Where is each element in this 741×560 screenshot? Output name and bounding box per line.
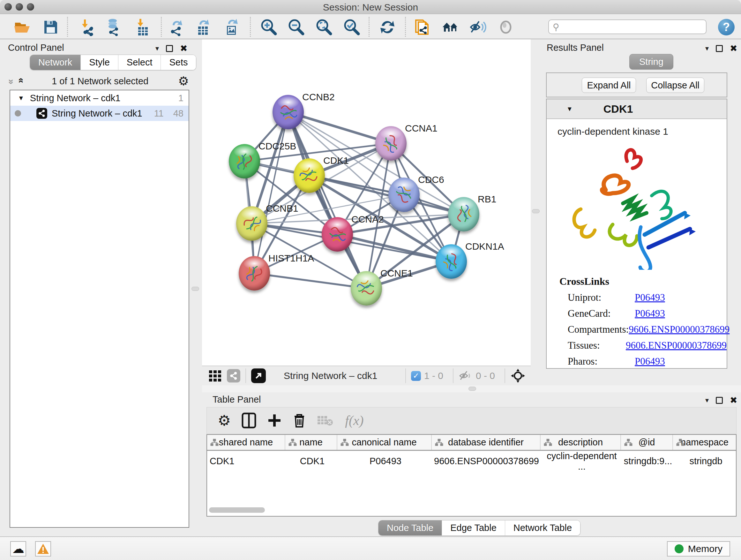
collapse-triangle-icon[interactable]: ▼ (566, 105, 573, 113)
view-toolbar-separator (405, 368, 406, 383)
save-session-button[interactable] (42, 18, 60, 37)
zoom-fit-button[interactable] (314, 18, 333, 37)
expand-all-button[interactable]: Expand All (582, 78, 636, 93)
selected-checkbox-icon[interactable]: ✓ (411, 371, 421, 381)
show-glass-button[interactable] (496, 18, 515, 37)
panel-menu-icon[interactable]: ▾ (705, 44, 709, 53)
delete-column-icon[interactable] (293, 413, 306, 428)
column-header-shared-name[interactable]: shared name (207, 435, 285, 450)
export-network-button[interactable] (166, 18, 185, 37)
network-node-ccnb1[interactable] (236, 206, 267, 241)
expand-all-icon[interactable]: » (15, 79, 25, 83)
column-header-canonical-name[interactable]: canonical name (337, 435, 431, 450)
network-node-cdkn1a[interactable] (435, 244, 467, 279)
window-title: Session: New Session (0, 2, 741, 13)
import-network-button[interactable] (78, 18, 96, 37)
panel-close-icon[interactable]: ✖ (730, 395, 737, 406)
network-node-ccne1[interactable] (351, 271, 382, 306)
network-node-ccna1[interactable] (375, 126, 407, 161)
home-networks-button[interactable] (441, 18, 460, 37)
view-toolbar-separator (453, 368, 454, 383)
network-node-ccnb2[interactable] (273, 95, 304, 129)
table-horizontal-scrollbar[interactable] (209, 507, 265, 513)
column-header-name[interactable]: name (285, 435, 337, 450)
gene-section-header[interactable]: ▼ CDK1 (547, 99, 727, 119)
network-node-rb1[interactable] (448, 197, 479, 232)
panel-close-icon[interactable]: ✖ (180, 43, 187, 54)
panel-menu-icon[interactable]: ▾ (705, 396, 709, 405)
column-header-database-identifier[interactable]: database identifier (431, 435, 540, 450)
panel-menu-icon[interactable]: ▾ (155, 44, 159, 53)
warning-button[interactable] (35, 541, 51, 557)
tab-sets[interactable]: Sets (161, 55, 196, 70)
network-node-cdk1[interactable] (293, 159, 325, 193)
network-node-cdc25b[interactable] (229, 144, 260, 179)
table-cell[interactable]: stringdb:9... (621, 450, 673, 472)
collapse-triangle-icon[interactable]: ▼ (18, 95, 24, 102)
results-panel-title: Results Panel (547, 43, 604, 53)
refresh-button[interactable] (378, 18, 397, 37)
birds-eye-view-icon[interactable] (510, 368, 526, 383)
collapse-all-button[interactable]: Collapse All (646, 78, 704, 93)
network-options-gear-icon[interactable]: ⚙ (178, 75, 189, 87)
tab-style[interactable]: Style (81, 55, 118, 70)
table-row[interactable]: CDK1CDK1P064939606.ENSP00000378699cyclin… (207, 450, 737, 472)
network-collection-row[interactable]: ▼ String Network – cdk1 1 (10, 90, 189, 106)
zoom-selected-button[interactable] (342, 18, 360, 37)
network-view-share-icon[interactable] (227, 369, 240, 382)
export-table-button[interactable] (194, 18, 212, 37)
table-cell[interactable]: P06493 (337, 450, 431, 472)
tab-network-table[interactable]: Network Table (505, 520, 580, 536)
import-network-from-database-button[interactable] (104, 18, 123, 37)
search-box[interactable]: ⚲ (548, 19, 706, 34)
panel-close-icon[interactable]: ✖ (730, 43, 737, 54)
hide-glass-button[interactable] (468, 18, 487, 37)
memory-button[interactable]: Memory (667, 541, 730, 557)
node-label-ccna1: CCNA1 (405, 123, 437, 134)
detach-view-button[interactable] (251, 368, 266, 383)
network-canvas[interactable]: CCNB2 CCNA1 CDC25B CDK1 CDC6 RB1 CCNB1 C… (202, 39, 531, 366)
import-table-button[interactable] (133, 18, 152, 37)
help-button[interactable]: ? (718, 19, 735, 36)
table-options-gear-icon[interactable]: ⚙ (218, 413, 231, 428)
horizontal-splitter-handle[interactable] (468, 387, 476, 391)
table-cell[interactable]: stringdb (673, 450, 737, 472)
cloud-button[interactable]: ☁ (10, 541, 26, 557)
table-cell[interactable]: CDK1 (285, 450, 337, 472)
panel-float-icon[interactable] (716, 397, 723, 404)
table-cell[interactable]: 9606.ENSP00000378699 (431, 450, 540, 472)
crosslink-link[interactable]: P06493 (635, 292, 665, 303)
tab-node-table[interactable]: Node Table (379, 520, 442, 536)
export-image-button[interactable] (222, 18, 241, 37)
left-splitter-handle[interactable] (192, 287, 199, 291)
horizontal-splitter[interactable] (202, 385, 741, 392)
tab-string[interactable]: String (629, 54, 673, 70)
search-input[interactable] (562, 22, 699, 32)
crosslink-link[interactable]: 9606.ENSP00000378699 (629, 324, 730, 335)
zoom-out-button[interactable] (286, 18, 305, 37)
network-node-ccna2[interactable] (322, 217, 353, 252)
column-header-description[interactable]: description (540, 435, 621, 450)
string-import-button[interactable] (413, 18, 431, 37)
tab-edge-table[interactable]: Edge Table (442, 520, 505, 536)
panel-float-icon[interactable] (166, 45, 173, 52)
table-cell[interactable]: CDK1 (207, 450, 285, 472)
column-header--id[interactable]: @id (621, 435, 673, 450)
crosslink-link[interactable]: 9606.ENSP00000378699 (626, 340, 727, 351)
create-column-icon[interactable] (267, 413, 282, 428)
crosslink-link[interactable]: P06493 (635, 356, 665, 367)
panel-float-icon[interactable] (716, 45, 723, 52)
zoom-in-button[interactable] (259, 18, 278, 37)
network-row[interactable]: String Network – cdk1 11 48 (10, 106, 189, 121)
column-header-namespace[interactable]: namespace (673, 435, 737, 450)
crosslink-link[interactable]: P06493 (635, 308, 665, 319)
open-session-button[interactable] (13, 18, 31, 37)
right-splitter-handle[interactable] (532, 209, 540, 213)
show-columns-icon[interactable] (242, 413, 256, 428)
network-node-hist1h1a[interactable] (239, 256, 270, 291)
grid-view-icon[interactable] (209, 370, 221, 381)
network-node-cdc6[interactable] (388, 178, 420, 212)
tab-network[interactable]: Network (30, 55, 81, 70)
tab-select[interactable]: Select (118, 55, 161, 70)
table-cell[interactable]: cyclin-dependent ... (540, 450, 621, 472)
